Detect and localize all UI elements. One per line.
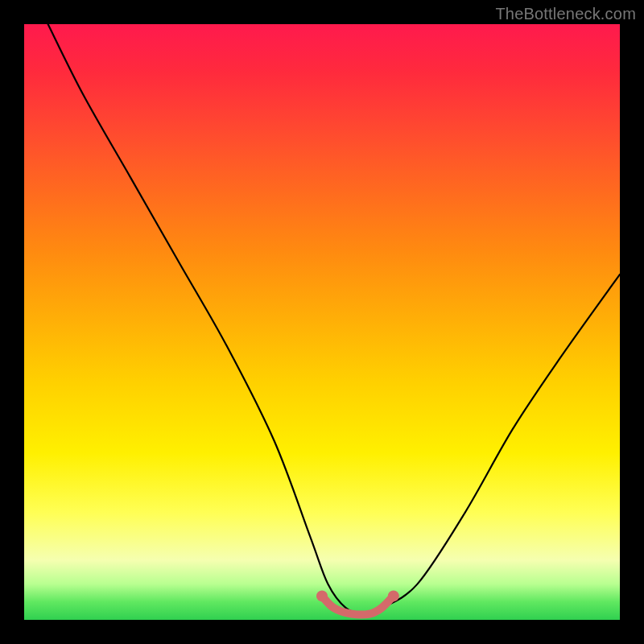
watermark-label: TheBottleneck.com (495, 5, 636, 23)
highlight-dot (388, 590, 399, 601)
flat-bottom-highlight (322, 596, 394, 614)
curve-svg (24, 24, 620, 620)
highlight-dot (316, 590, 328, 601)
bottleneck-curve (48, 24, 620, 614)
plot-area (24, 24, 620, 620)
chart-frame: TheBottleneck.com (0, 0, 644, 644)
